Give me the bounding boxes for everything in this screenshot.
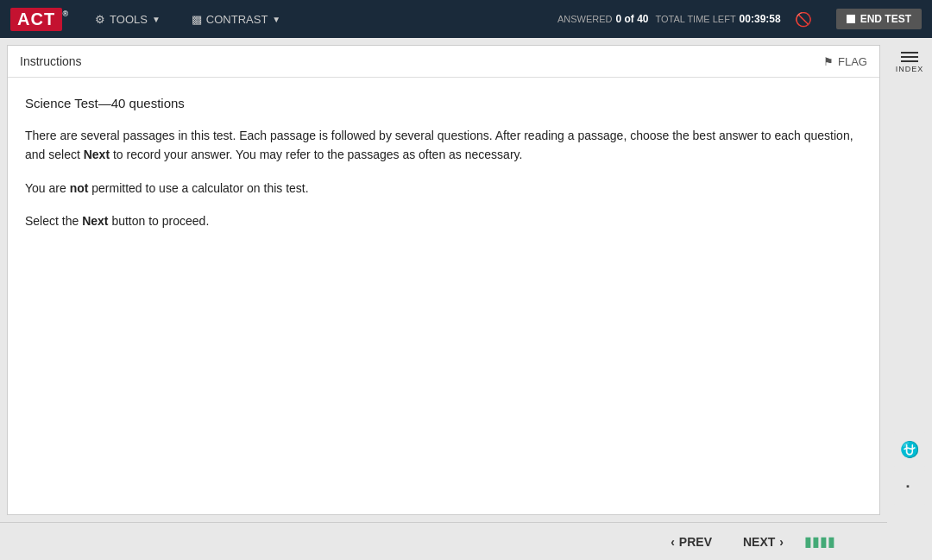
braille-icon: ⠂ — [904, 478, 916, 497]
index-label: INDEX — [896, 65, 924, 73]
accessibility-button[interactable]: ⛎ — [892, 432, 927, 467]
right-sidebar: INDEX ⛎ ⠂ — [887, 38, 932, 560]
time-label: TOTAL TIME LEFT — [656, 14, 736, 24]
instructions-title: Instructions — [20, 54, 82, 68]
next-label: NEXT — [743, 535, 775, 549]
paragraph2: You are not permitted to use a calculato… — [25, 179, 862, 198]
header: ACT ⚙ TOOLS ▼ ▩ CONTRAST ▼ ANSWERED 0 of… — [0, 0, 932, 38]
tools-chevron-icon: ▼ — [152, 15, 161, 24]
braille-button[interactable]: ⠂ — [892, 470, 927, 505]
signal-icon: ▮▮▮▮ — [804, 533, 835, 550]
signal-area: ▮▮▮▮ — [804, 533, 835, 550]
answered-value: 0 of 40 — [615, 13, 648, 25]
tools-button[interactable]: ⚙ TOOLS ▼ — [88, 9, 167, 29]
bottom-bar: ‹ PREV NEXT › ▮▮▮▮ — [0, 522, 887, 560]
next-chevron-icon: › — [779, 535, 784, 549]
end-test-label: END TEST — [860, 13, 911, 25]
paragraph3: Select the Next button to proceed. — [25, 211, 862, 230]
eye-off-button[interactable]: 🚫 — [788, 8, 819, 31]
flag-label: FLAG — [838, 55, 867, 68]
instructions-panel: Instructions ⚑ FLAG Science Test—40 ques… — [7, 45, 880, 515]
instructions-body: Science Test—40 questions There are seve… — [8, 78, 879, 514]
time-group: TOTAL TIME LEFT 00:39:58 — [656, 13, 781, 25]
stop-icon — [847, 15, 855, 23]
accessibility-icon: ⛎ — [900, 440, 919, 459]
tools-icon: ⚙ — [95, 13, 105, 26]
prev-label: PREV — [679, 535, 712, 549]
prev-button[interactable]: ‹ PREV — [660, 530, 722, 554]
tools-label: TOOLS — [110, 13, 148, 26]
contrast-button[interactable]: ▩ CONTRAST ▼ — [185, 9, 287, 29]
answered-label: ANSWERED — [557, 14, 613, 24]
content-area: Instructions ⚑ FLAG Science Test—40 ques… — [0, 38, 887, 560]
section-title: Science Test—40 questions — [25, 93, 862, 114]
act-logo: ACT — [10, 8, 62, 31]
flag-button[interactable]: ⚑ FLAG — [823, 55, 867, 68]
hamburger-icon — [901, 52, 918, 62]
time-value: 00:39:58 — [740, 13, 781, 25]
eye-off-icon: 🚫 — [795, 11, 812, 28]
next-button[interactable]: NEXT › — [733, 530, 794, 554]
contrast-chevron-icon: ▼ — [272, 15, 280, 24]
header-stats: ANSWERED 0 of 40 TOTAL TIME LEFT 00:39:5… — [557, 8, 819, 31]
answered-group: ANSWERED 0 of 40 — [557, 13, 649, 25]
contrast-icon: ▩ — [192, 13, 202, 26]
prev-chevron-icon: ‹ — [671, 535, 675, 549]
index-button[interactable]: INDEX — [892, 45, 928, 80]
main-area: Instructions ⚑ FLAG Science Test—40 ques… — [0, 38, 932, 560]
instructions-header: Instructions ⚑ FLAG — [8, 46, 879, 78]
flag-icon: ⚑ — [823, 55, 834, 68]
contrast-label: CONTRAST — [206, 13, 268, 26]
paragraph1: There are several passages in this test.… — [25, 126, 862, 165]
end-test-button[interactable]: END TEST — [836, 9, 922, 29]
